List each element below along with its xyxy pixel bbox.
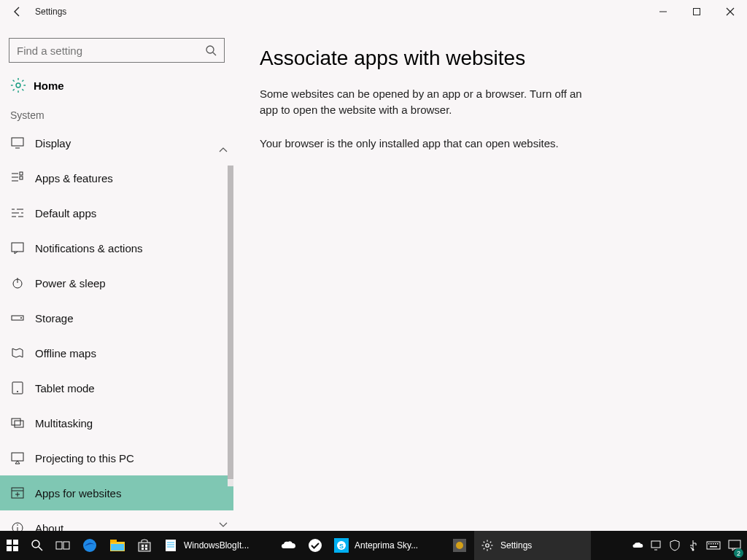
- tray-onedrive-icon[interactable]: [629, 531, 646, 560]
- page-info: Your browser is the only installed app t…: [260, 136, 595, 152]
- svg-rect-77: [651, 541, 660, 548]
- maximize-button[interactable]: [680, 0, 713, 23]
- svg-rect-26: [12, 243, 23, 252]
- sidebar-item-display[interactable]: Display: [0, 125, 233, 160]
- sidebar-item-notifications[interactable]: Notifications & actions: [0, 230, 233, 265]
- svg-line-11: [13, 89, 15, 90]
- sidebar-item-apps-for-websites[interactable]: Apps for websites: [0, 475, 233, 510]
- svg-point-49: [83, 539, 96, 552]
- search-icon: [205, 44, 217, 56]
- sidebar-item-label: Offline maps: [35, 347, 96, 359]
- svg-point-67: [456, 542, 463, 549]
- minimize-button[interactable]: [646, 0, 680, 23]
- svg-text:S: S: [339, 542, 344, 550]
- taskbar-app-skype[interactable]: S Anteprima Sky...: [328, 531, 445, 560]
- svg-rect-56: [142, 548, 144, 550]
- svg-rect-53: [139, 542, 150, 551]
- svg-rect-55: [145, 545, 147, 547]
- sidebar-item-offline-maps[interactable]: Offline maps: [0, 335, 233, 370]
- home-label: Home: [34, 79, 64, 92]
- sidebar-item-label: Multitasking: [35, 417, 93, 429]
- taskbar-edge[interactable]: [76, 531, 104, 560]
- sidebar-item-multitasking[interactable]: Multitasking: [0, 405, 233, 440]
- sidebar-item-default-apps[interactable]: Default apps: [0, 195, 233, 230]
- taskbar-app-label: Settings: [500, 540, 532, 551]
- tray-keyboard-icon[interactable]: [703, 531, 724, 560]
- svg-point-40: [17, 524, 18, 526]
- apps-websites-icon: [10, 486, 25, 500]
- svg-point-68: [486, 544, 489, 548]
- svg-rect-35: [12, 453, 23, 461]
- scroll-down[interactable]: [219, 522, 228, 528]
- sidebar-item-label: Notifications & actions: [35, 242, 143, 254]
- svg-point-30: [20, 317, 22, 319]
- back-button[interactable]: [6, 0, 29, 23]
- taskbar-feedback[interactable]: [302, 531, 328, 560]
- power-icon: [10, 276, 25, 290]
- gear-icon: [479, 537, 496, 554]
- sidebar-item-label: About: [35, 522, 63, 532]
- tray-action-center[interactable]: 2: [725, 531, 744, 560]
- search-input[interactable]: [17, 44, 192, 57]
- svg-line-12: [22, 80, 23, 82]
- storage-icon: [10, 311, 25, 325]
- svg-rect-43: [7, 546, 12, 551]
- scrollbar[interactable]: [228, 166, 233, 486]
- taskbar-app-label: Anteprima Sky...: [355, 540, 418, 551]
- svg-rect-34: [15, 421, 23, 427]
- app-icon: [451, 537, 468, 554]
- svg-rect-47: [56, 542, 62, 549]
- start-button[interactable]: [0, 531, 25, 560]
- tray-usb-icon[interactable]: [684, 531, 702, 560]
- svg-rect-81: [708, 543, 710, 545]
- svg-line-75: [484, 548, 485, 550]
- svg-rect-52: [111, 544, 124, 551]
- window-title: Settings: [35, 7, 66, 17]
- apps-features-icon: [10, 171, 25, 185]
- tray-network-icon[interactable]: [648, 531, 665, 560]
- taskbar-app-windowsblog[interactable]: WindowsBlogIt...: [158, 531, 274, 560]
- taskbar-app-misc[interactable]: [445, 531, 474, 560]
- scroll-up[interactable]: [219, 147, 228, 153]
- svg-rect-51: [110, 540, 117, 542]
- sidebar-item-label: Default apps: [35, 207, 96, 219]
- svg-point-79: [692, 549, 694, 551]
- task-view-button[interactable]: [50, 531, 76, 560]
- notification-badge: 2: [734, 548, 743, 558]
- svg-line-3: [213, 52, 216, 55]
- multitasking-icon: [10, 416, 25, 430]
- svg-rect-19: [20, 176, 23, 179]
- svg-rect-42: [13, 540, 18, 545]
- search-box[interactable]: [9, 38, 225, 63]
- taskbar-onedrive[interactable]: [274, 531, 302, 560]
- svg-rect-33: [12, 419, 20, 425]
- svg-rect-54: [142, 545, 144, 547]
- scroll-thumb[interactable]: [228, 166, 233, 479]
- taskbar-store[interactable]: [131, 531, 158, 560]
- sidebar-item-about[interactable]: About: [0, 510, 233, 531]
- close-button[interactable]: [713, 0, 747, 23]
- taskbar-search[interactable]: [25, 531, 50, 560]
- sidebar-item-label: Apps & features: [35, 172, 113, 184]
- projecting-icon: [10, 451, 25, 465]
- svg-point-4: [16, 83, 20, 88]
- svg-point-45: [32, 540, 39, 548]
- svg-rect-18: [20, 172, 23, 175]
- svg-line-9: [13, 80, 15, 82]
- sidebar-item-label: Power & sleep: [35, 277, 106, 289]
- sidebar-item-tablet-mode[interactable]: Tablet mode: [0, 370, 233, 405]
- svg-rect-86: [710, 546, 717, 548]
- taskbar-app-label: WindowsBlogIt...: [184, 540, 249, 551]
- svg-rect-1: [694, 9, 700, 15]
- sidebar-home[interactable]: Home: [0, 73, 233, 104]
- sidebar-item-storage[interactable]: Storage: [0, 300, 233, 335]
- notifications-icon: [10, 241, 25, 255]
- tray-defender-icon[interactable]: [667, 531, 683, 560]
- sidebar-item-label: Projecting to this PC: [35, 452, 134, 464]
- page-description: Some websites can be opened by an app or…: [260, 86, 595, 118]
- sidebar-item-projecting[interactable]: Projecting to this PC: [0, 440, 233, 475]
- taskbar-app-settings[interactable]: Settings: [474, 531, 591, 560]
- sidebar-item-apps-features[interactable]: Apps & features: [0, 160, 233, 195]
- sidebar-item-power-sleep[interactable]: Power & sleep: [0, 265, 233, 300]
- taskbar-file-explorer[interactable]: [104, 531, 131, 560]
